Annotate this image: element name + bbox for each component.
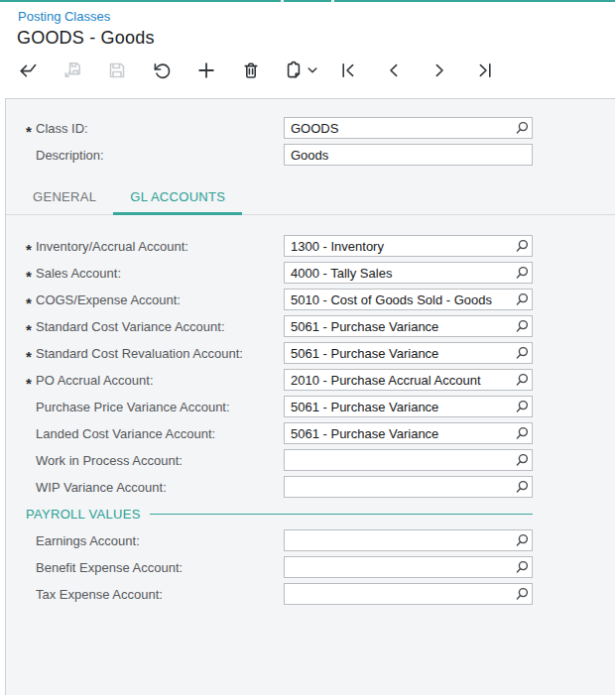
chevron-left-icon [384,60,404,80]
go-previous-button[interactable] [382,58,406,83]
section-title: PAYROLL VALUES [26,507,141,522]
breadcrumb-posting-classes[interactable]: Posting Classes [18,9,110,24]
field-label: Standard Cost Revaluation Account: [36,346,243,361]
form-row: * Sales Account: 4000 - Tally Sales [6,260,615,287]
lookup-field[interactable]: 1300 - Inventory [284,235,533,257]
field-value: 5061 - Purchase Variance [285,319,512,334]
top-border-gap [281,0,284,2]
plus-icon [196,60,216,80]
save-and-close-button[interactable] [61,58,84,83]
payroll-fields: * Earnings Account: * Benefit Expense Ac… [6,527,615,608]
search-icon[interactable] [512,372,532,388]
undo-button[interactable] [150,58,174,83]
payroll-values-section-header: PAYROLL VALUES [6,501,533,527]
search-icon[interactable] [512,532,532,548]
tab-gl-accounts[interactable]: GL ACCOUNTS [113,183,242,215]
form-row: * Standard Cost Revaluation Account: 506… [6,340,615,367]
field-value: 5010 - Cost of Goods Sold - Goods [285,292,512,307]
required-asterisk: * [26,298,36,308]
form-row: * Earnings Account: [6,527,615,554]
form-row: * COGS/Expense Account: 5010 - Cost of G… [6,287,615,313]
lookup-field[interactable]: 5010 - Cost of Goods Sold - Goods [284,289,533,310]
top-border-gap [331,0,334,2]
lookup-field[interactable] [284,556,533,578]
page-title: GOODS - Goods [17,28,155,49]
field-label: Work in Process Account: [36,453,183,468]
search-icon[interactable] [512,120,532,136]
delete-button[interactable] [239,58,263,83]
form-row: * Benefit Expense Account: [6,554,615,581]
go-last-button[interactable] [473,58,497,83]
required-asterisk: * [26,127,36,137]
chevron-down-icon [307,66,318,74]
field-value: 5061 - Purchase Variance [285,346,512,361]
lookup-field[interactable]: 5061 - Purchase Variance [284,396,533,417]
search-icon[interactable] [512,292,532,307]
lookup-field[interactable] [284,583,533,605]
gl-accounts-fields: * Inventory/Accrual Account: 1300 - Inve… [6,233,615,501]
lookup-field[interactable]: 5061 - Purchase Variance [284,422,533,444]
search-icon[interactable] [512,265,532,281]
add-button[interactable] [194,58,218,83]
lookup-field[interactable] [284,529,533,551]
form-row: * Work in Process Account: [6,447,615,474]
lookup-field[interactable]: 5061 - Purchase Variance [284,315,533,337]
arrow-back-icon [18,60,38,80]
lookup-field[interactable]: 2010 - Purchase Accrual Account [284,369,533,391]
field-value: 2010 - Purchase Accrual Account [285,373,512,388]
required-asterisk: * [26,379,36,389]
section-divider [150,514,533,515]
search-icon[interactable] [512,238,532,254]
field-label: PO Accrual Account: [36,373,154,388]
field-label: Tax Expense Account: [36,587,163,602]
field-value: Goods [285,148,532,163]
field-label: COGS/Expense Account: [36,292,181,307]
field-label: Inventory/Accrual Account: [36,239,188,254]
go-next-button[interactable] [428,58,451,83]
form-row: * PO Accrual Account: 2010 - Purchase Ac… [6,367,615,394]
go-first-button[interactable] [336,58,360,83]
accent-top-border [0,0,615,2]
toolbar [16,58,519,83]
search-icon[interactable] [512,345,532,361]
save-and-close-icon [62,60,82,80]
chevron-right-icon [430,60,449,80]
field-value: GOODS [285,121,512,136]
save-button[interactable] [105,58,129,83]
undo-icon [152,60,172,80]
field-value: 5061 - Purchase Variance [285,400,512,414]
required-asterisk: * [26,325,36,335]
field-label: Earnings Account: [36,533,140,548]
field-value: 1300 - Inventory [285,239,512,254]
lookup-field[interactable]: GOODS [284,117,533,139]
back-button[interactable] [16,58,40,83]
required-asterisk: * [26,245,36,255]
save-icon [107,60,127,80]
clipboard-icon [284,60,304,80]
search-icon[interactable] [512,399,532,414]
search-icon[interactable] [512,479,532,495]
lookup-field[interactable]: 5061 - Purchase Variance [284,342,533,364]
search-icon[interactable] [512,452,532,468]
lookup-field[interactable]: Goods [284,144,533,166]
form-row: * Standard Cost Variance Account: 5061 -… [6,313,615,340]
lookup-field[interactable] [284,476,533,498]
field-label: WIP Variance Account: [36,480,167,495]
field-label: Sales Account: [36,266,121,281]
search-icon[interactable] [512,318,532,334]
field-value: 5061 - Purchase Variance [285,426,512,441]
lookup-field[interactable] [284,449,533,471]
field-label: Landed Cost Variance Account: [36,426,215,441]
field-label: Class ID: [36,121,88,136]
required-asterisk: * [26,272,36,282]
search-icon[interactable] [512,425,532,441]
clipboard-button[interactable] [284,58,318,83]
form-row: * Description: Goods [6,142,615,169]
tab-general[interactable]: GENERAL [16,183,113,215]
lookup-field[interactable]: 4000 - Tally Sales [284,262,533,284]
form-row: * Inventory/Accrual Account: 1300 - Inve… [6,233,615,260]
search-icon[interactable] [512,559,532,575]
search-icon[interactable] [512,586,532,602]
field-label: Purchase Price Variance Account: [36,400,230,414]
form-row: * Landed Cost Variance Account: 5061 - P… [6,420,615,447]
